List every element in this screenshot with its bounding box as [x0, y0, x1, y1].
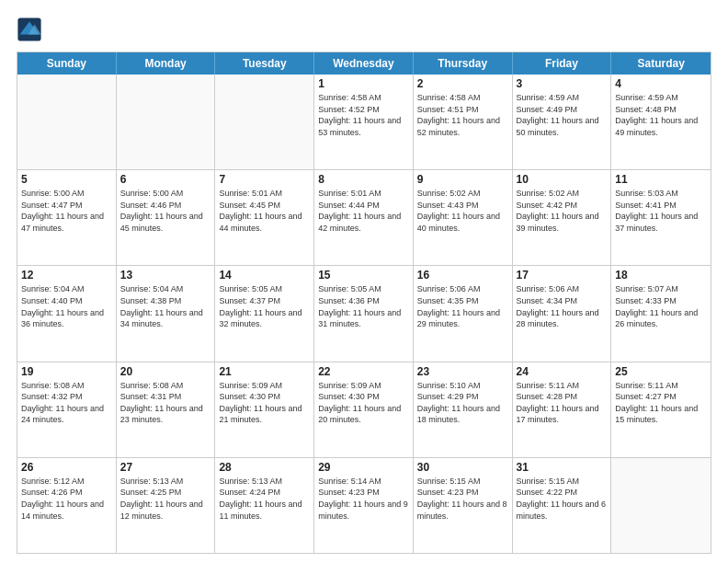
page: SundayMondayTuesdayWednesdayThursdayFrid… — [0, 0, 728, 563]
day-number: 19 — [21, 365, 112, 378]
day-number: 24 — [517, 365, 608, 378]
day-info: Sunrise: 5:05 AMSunset: 4:36 PMDaylight:… — [318, 283, 409, 329]
day-info: Sunrise: 5:04 AMSunset: 4:40 PMDaylight:… — [21, 283, 112, 329]
day-cell-3: 3Sunrise: 4:59 AMSunset: 4:49 PMDaylight… — [513, 75, 612, 169]
day-info: Sunrise: 5:14 AMSunset: 4:23 PMDaylight:… — [318, 476, 409, 522]
day-info: Sunrise: 4:59 AMSunset: 4:49 PMDaylight:… — [517, 92, 608, 138]
day-cell-7: 7Sunrise: 5:01 AMSunset: 4:45 PMDaylight… — [215, 170, 314, 265]
day-cell-29: 29Sunrise: 5:14 AMSunset: 4:23 PMDayligh… — [314, 458, 414, 553]
day-number: 3 — [517, 77, 608, 90]
day-cell-13: 13Sunrise: 5:04 AMSunset: 4:38 PMDayligh… — [117, 266, 216, 361]
day-number: 4 — [615, 77, 707, 90]
day-number: 28 — [219, 461, 310, 474]
day-number: 16 — [417, 269, 508, 282]
day-info: Sunrise: 5:00 AMSunset: 4:46 PMDaylight:… — [120, 188, 211, 234]
day-cell-23: 23Sunrise: 5:10 AMSunset: 4:29 PMDayligh… — [414, 362, 513, 457]
day-info: Sunrise: 5:03 AMSunset: 4:41 PMDaylight:… — [615, 188, 707, 234]
weekday-header-sunday: Sunday — [17, 52, 117, 75]
day-cell-1: 1Sunrise: 4:58 AMSunset: 4:52 PMDaylight… — [314, 75, 414, 169]
day-number: 27 — [120, 461, 211, 474]
day-number: 1 — [318, 77, 409, 90]
day-cell-18: 18Sunrise: 5:07 AMSunset: 4:33 PMDayligh… — [611, 266, 711, 361]
header — [17, 17, 711, 42]
day-cell-14: 14Sunrise: 5:05 AMSunset: 4:37 PMDayligh… — [215, 266, 314, 361]
calendar-header: SundayMondayTuesdayWednesdayThursdayFrid… — [17, 52, 711, 75]
day-info: Sunrise: 5:09 AMSunset: 4:30 PMDaylight:… — [318, 380, 409, 426]
weekday-header-monday: Monday — [117, 52, 216, 75]
day-number: 20 — [120, 365, 211, 378]
day-info: Sunrise: 4:58 AMSunset: 4:51 PMDaylight:… — [417, 92, 508, 138]
day-info: Sunrise: 5:01 AMSunset: 4:44 PMDaylight:… — [318, 188, 409, 234]
day-info: Sunrise: 5:10 AMSunset: 4:29 PMDaylight:… — [417, 380, 508, 426]
day-cell-27: 27Sunrise: 5:13 AMSunset: 4:25 PMDayligh… — [117, 458, 216, 553]
day-info: Sunrise: 5:15 AMSunset: 4:22 PMDaylight:… — [517, 476, 608, 522]
calendar-week-3: 12Sunrise: 5:04 AMSunset: 4:40 PMDayligh… — [17, 265, 711, 361]
day-info: Sunrise: 5:02 AMSunset: 4:43 PMDaylight:… — [417, 188, 508, 234]
day-cell-17: 17Sunrise: 5:06 AMSunset: 4:34 PMDayligh… — [513, 266, 612, 361]
logo-icon — [17, 17, 42, 42]
day-info: Sunrise: 5:05 AMSunset: 4:37 PMDaylight:… — [219, 283, 310, 329]
day-cell-16: 16Sunrise: 5:06 AMSunset: 4:35 PMDayligh… — [414, 266, 513, 361]
weekday-header-friday: Friday — [513, 52, 612, 75]
day-cell-15: 15Sunrise: 5:05 AMSunset: 4:36 PMDayligh… — [314, 266, 414, 361]
day-cell-22: 22Sunrise: 5:09 AMSunset: 4:30 PMDayligh… — [314, 362, 414, 457]
day-number: 14 — [219, 269, 310, 282]
day-number: 26 — [21, 461, 112, 474]
day-info: Sunrise: 5:11 AMSunset: 4:28 PMDaylight:… — [517, 380, 608, 426]
day-cell-31: 31Sunrise: 5:15 AMSunset: 4:22 PMDayligh… — [513, 458, 612, 553]
day-number: 18 — [615, 269, 707, 282]
day-info: Sunrise: 5:13 AMSunset: 4:25 PMDaylight:… — [120, 476, 211, 522]
day-number: 6 — [120, 173, 211, 186]
day-info: Sunrise: 4:59 AMSunset: 4:48 PMDaylight:… — [615, 92, 707, 138]
calendar-week-4: 19Sunrise: 5:08 AMSunset: 4:32 PMDayligh… — [17, 362, 711, 457]
day-cell-26: 26Sunrise: 5:12 AMSunset: 4:26 PMDayligh… — [17, 458, 117, 553]
day-number: 5 — [21, 173, 112, 186]
calendar-body: 1Sunrise: 4:58 AMSunset: 4:52 PMDaylight… — [17, 75, 711, 553]
day-number: 23 — [417, 365, 508, 378]
day-cell-10: 10Sunrise: 5:02 AMSunset: 4:42 PMDayligh… — [513, 170, 612, 265]
day-cell-6: 6Sunrise: 5:00 AMSunset: 4:46 PMDaylight… — [117, 170, 216, 265]
calendar: SundayMondayTuesdayWednesdayThursdayFrid… — [17, 52, 711, 554]
empty-cell — [117, 75, 216, 169]
day-number: 9 — [417, 173, 508, 186]
weekday-header-saturday: Saturday — [611, 52, 711, 75]
day-number: 10 — [517, 173, 608, 186]
day-number: 7 — [219, 173, 310, 186]
day-number: 12 — [21, 269, 112, 282]
day-number: 13 — [120, 269, 211, 282]
weekday-header-wednesday: Wednesday — [314, 52, 414, 75]
day-number: 25 — [615, 365, 707, 378]
calendar-week-2: 5Sunrise: 5:00 AMSunset: 4:47 PMDaylight… — [17, 169, 711, 265]
day-cell-4: 4Sunrise: 4:59 AMSunset: 4:48 PMDaylight… — [611, 75, 711, 169]
day-cell-25: 25Sunrise: 5:11 AMSunset: 4:27 PMDayligh… — [611, 362, 711, 457]
day-number: 22 — [318, 365, 409, 378]
day-info: Sunrise: 5:08 AMSunset: 4:32 PMDaylight:… — [21, 380, 112, 426]
day-number: 31 — [517, 461, 608, 474]
day-info: Sunrise: 5:04 AMSunset: 4:38 PMDaylight:… — [120, 283, 211, 329]
day-info: Sunrise: 5:15 AMSunset: 4:23 PMDaylight:… — [417, 476, 508, 522]
day-info: Sunrise: 4:58 AMSunset: 4:52 PMDaylight:… — [318, 92, 409, 138]
day-info: Sunrise: 5:07 AMSunset: 4:33 PMDaylight:… — [615, 283, 707, 329]
day-number: 29 — [318, 461, 409, 474]
day-info: Sunrise: 5:06 AMSunset: 4:35 PMDaylight:… — [417, 283, 508, 329]
day-number: 30 — [417, 461, 508, 474]
day-cell-21: 21Sunrise: 5:09 AMSunset: 4:30 PMDayligh… — [215, 362, 314, 457]
day-number: 11 — [615, 173, 707, 186]
day-info: Sunrise: 5:00 AMSunset: 4:47 PMDaylight:… — [21, 188, 112, 234]
empty-cell — [215, 75, 314, 169]
day-cell-5: 5Sunrise: 5:00 AMSunset: 4:47 PMDaylight… — [17, 170, 117, 265]
day-cell-9: 9Sunrise: 5:02 AMSunset: 4:43 PMDaylight… — [414, 170, 513, 265]
day-number: 21 — [219, 365, 310, 378]
day-cell-2: 2Sunrise: 4:58 AMSunset: 4:51 PMDaylight… — [414, 75, 513, 169]
day-info: Sunrise: 5:02 AMSunset: 4:42 PMDaylight:… — [517, 188, 608, 234]
logo — [17, 17, 45, 42]
day-cell-24: 24Sunrise: 5:11 AMSunset: 4:28 PMDayligh… — [513, 362, 612, 457]
day-number: 8 — [318, 173, 409, 186]
day-info: Sunrise: 5:12 AMSunset: 4:26 PMDaylight:… — [21, 476, 112, 522]
day-info: Sunrise: 5:11 AMSunset: 4:27 PMDaylight:… — [615, 380, 707, 426]
empty-cell — [17, 75, 117, 169]
calendar-week-1: 1Sunrise: 4:58 AMSunset: 4:52 PMDaylight… — [17, 75, 711, 169]
day-cell-8: 8Sunrise: 5:01 AMSunset: 4:44 PMDaylight… — [314, 170, 414, 265]
day-info: Sunrise: 5:06 AMSunset: 4:34 PMDaylight:… — [517, 283, 608, 329]
day-cell-28: 28Sunrise: 5:13 AMSunset: 4:24 PMDayligh… — [215, 458, 314, 553]
